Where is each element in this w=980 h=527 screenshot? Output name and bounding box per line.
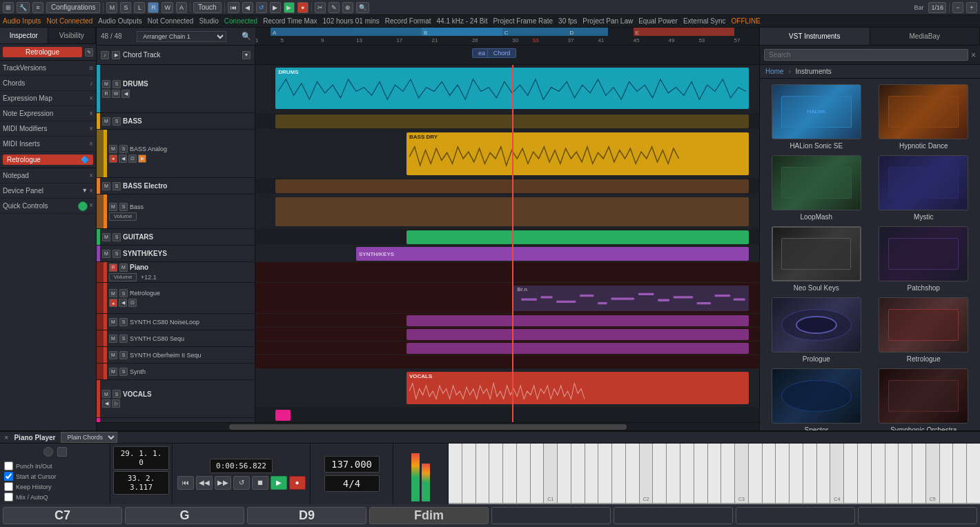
vst-patchshop[interactable]: Patchshop	[873, 226, 975, 292]
configurations-btn[interactable]: Configurations	[46, 2, 100, 13]
search-clear-icon[interactable]: ×	[971, 50, 976, 60]
piano-key-c4[interactable]: C4	[830, 444, 844, 504]
chord-empty-2[interactable]	[614, 507, 733, 524]
track-canvas[interactable]: DRUMS BASS DR	[255, 65, 759, 422]
piano-key-c3[interactable]: C3	[735, 444, 749, 504]
forward-btn[interactable]: ▶	[270, 2, 281, 13]
inspector-notepad[interactable]: Notepad ×	[0, 168, 96, 183]
piano-key-b4[interactable]	[912, 444, 926, 504]
vst-prologue[interactable]: Prologue	[765, 297, 868, 363]
tab-vst-instruments[interactable]: VST Instruments	[760, 28, 870, 45]
vocals-solo[interactable]: S	[112, 390, 121, 398]
bass-analog-b3[interactable]: ⊡	[128, 155, 137, 163]
piano-key-e0[interactable]	[476, 444, 490, 504]
chord-c7[interactable]: C7	[3, 507, 122, 524]
bass-analog-b2[interactable]: ◀	[119, 155, 127, 163]
drums-btn2[interactable]: W	[112, 90, 120, 98]
horizontal-scrollbar[interactable]	[97, 422, 759, 430]
piano-key-a4[interactable]	[899, 444, 912, 504]
piano-key-a0[interactable]	[517, 444, 531, 504]
tool-1[interactable]: ✂	[315, 2, 326, 13]
toolbar-icon-2[interactable]: 🔧	[17, 2, 30, 13]
mix-autoq-cb[interactable]	[4, 493, 13, 501]
timesig-display[interactable]: 4/4	[324, 475, 380, 492]
chord-track-expand[interactable]: ▶	[112, 51, 120, 59]
piano-key-d2[interactable]	[653, 444, 667, 504]
piano-mode-select[interactable]: Plain Chords	[61, 432, 117, 443]
start-at-cursor-label[interactable]: Start at Cursor	[4, 472, 106, 481]
piano-key-d0[interactable]	[462, 444, 476, 504]
chord-empty-3[interactable]	[736, 507, 855, 524]
chord-empty-4[interactable]	[858, 507, 977, 524]
guitars-clip[interactable]	[406, 230, 749, 244]
piano-key-f0[interactable]	[489, 444, 503, 504]
chord-g[interactable]: G	[125, 507, 244, 524]
synth-mute[interactable]: M	[109, 368, 117, 376]
loop-b-btn[interactable]	[57, 447, 67, 457]
rewind-btn[interactable]: ⏮	[228, 2, 239, 13]
device-panel-dropdown[interactable]: ▼	[81, 187, 88, 195]
record-btn[interactable]: ●	[297, 2, 308, 13]
piano-key-c5[interactable]: C5	[926, 444, 940, 504]
vst-spector[interactable]: Spector	[765, 368, 868, 430]
piano-key-f3[interactable]	[776, 444, 790, 504]
piano-key-g4[interactable]	[885, 444, 899, 504]
fxsound-clip[interactable]	[275, 410, 291, 421]
vocals-b2[interactable]: ▷	[112, 399, 120, 408]
piano-key-e4[interactable]	[858, 444, 872, 504]
toolbar-icon-3[interactable]: ≡	[32, 2, 43, 13]
retrologue-instrument-btn[interactable]: Retrologue	[3, 47, 82, 57]
keep-history-cb[interactable]	[4, 482, 13, 491]
piano-key-a1[interactable]	[612, 444, 626, 504]
retrologue-b3[interactable]: ⊡	[128, 299, 137, 307]
vocals-b1[interactable]: ◀	[102, 399, 110, 408]
retrologue-rec[interactable]: ●	[109, 299, 117, 307]
zoom-in[interactable]: +	[966, 2, 977, 13]
piano-player-close[interactable]: ×	[4, 433, 8, 441]
piano-key-c0[interactable]	[449, 444, 462, 504]
piano-key-g1[interactable]	[598, 444, 612, 504]
audio-outputs-label[interactable]: Audio Outputs	[98, 17, 141, 25]
go-start-btn[interactable]: ⏮	[177, 476, 194, 490]
oberheim-clip[interactable]	[406, 343, 749, 354]
cs80sequ-solo[interactable]: S	[119, 335, 128, 343]
toolbar-icon-1[interactable]: ⊞	[3, 2, 14, 13]
search-tracks-icon[interactable]: 🔍	[242, 32, 251, 41]
zoom-out[interactable]: −	[952, 2, 963, 13]
bass-mute[interactable]: M	[102, 117, 110, 126]
breadcrumb-home[interactable]: Home	[765, 68, 784, 75]
position-2[interactable]: 33. 2. 3.117	[113, 471, 169, 495]
cs80sequ-clip[interactable]	[406, 329, 749, 340]
mode-s[interactable]: S	[120, 2, 131, 13]
piano-key-g3[interactable]	[790, 444, 803, 504]
chord-d9[interactable]: D9	[247, 507, 366, 524]
vst-symphonic[interactable]: Symphonic Orchestra	[873, 368, 975, 430]
drums-btn3[interactable]: ◀	[121, 90, 130, 98]
cs80sequ-mute[interactable]: M	[109, 335, 117, 343]
mode-l[interactable]: L	[134, 2, 145, 13]
piano-keyboard[interactable]: C1 C2 C3 C4	[449, 444, 980, 504]
tool-2[interactable]: ✎	[329, 2, 340, 13]
piano-key-last[interactable]	[967, 444, 980, 504]
mode-w[interactable]: W	[161, 2, 173, 13]
punch-in-out-label[interactable]: Punch In/Out	[4, 461, 106, 470]
touch-btn[interactable]: Touch	[193, 2, 222, 13]
guitars-solo[interactable]: S	[112, 233, 121, 241]
drums-mute[interactable]: M	[102, 80, 110, 88]
vocals-clip[interactable]: VOCALS	[406, 372, 749, 404]
tab-inspector[interactable]: Inspector	[0, 28, 48, 43]
bass-analog-solo[interactable]: S	[119, 145, 128, 153]
piano-key-b3[interactable]	[817, 444, 831, 504]
loop-a-btn[interactable]	[43, 447, 53, 457]
bass-solo[interactable]: S	[112, 117, 121, 126]
start-at-cursor-cb[interactable]	[4, 472, 13, 481]
inspector-midi-modifiers[interactable]: MIDI Modifiers ×	[0, 121, 96, 137]
edit-instrument-btn[interactable]: ✎	[85, 48, 93, 57]
cycle-btn[interactable]: ↺	[256, 2, 267, 13]
play-btn[interactable]: ▶	[284, 2, 295, 13]
tool-4[interactable]: 🔍	[356, 2, 369, 13]
bass-analog-clip[interactable]: BASS DRY	[406, 132, 749, 175]
hscroll-thumb[interactable]	[229, 424, 627, 430]
bass-analog-rec[interactable]: ●	[109, 155, 117, 163]
fast-fwd-btn[interactable]: ▶▶	[215, 476, 231, 490]
